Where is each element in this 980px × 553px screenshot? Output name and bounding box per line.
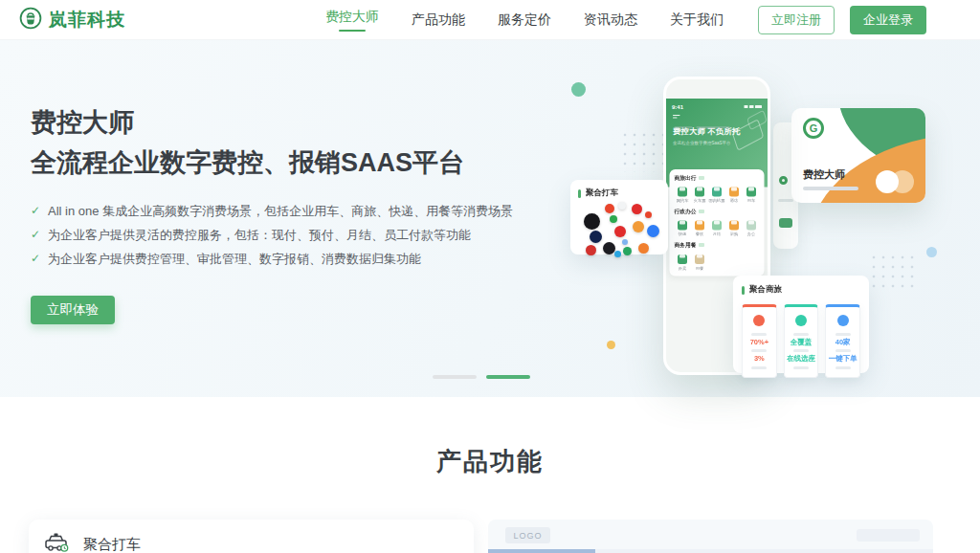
hero-bullet: ✓All in one 集成企业高频数字消费场景，包括企业用车、商旅、快递、用餐… bbox=[31, 205, 567, 217]
travel-aggregation-card: 聚合商旅 70%+3%全覆盖在线选座40家一键下单 bbox=[733, 276, 869, 373]
brand-logo-dot bbox=[586, 245, 596, 255]
app-item: 火车票 bbox=[692, 185, 708, 205]
nav-links: 费控大师产品功能服务定价资讯动态关于我们 bbox=[325, 9, 724, 32]
app-grid: 外卖用餐 bbox=[675, 252, 760, 272]
phone-status-icons bbox=[745, 105, 763, 108]
app-item-icon bbox=[712, 221, 722, 231]
app-item-icon bbox=[746, 221, 756, 231]
placeholder-bar bbox=[751, 349, 767, 352]
placeholder-bar bbox=[835, 349, 851, 352]
bank-card-mockup: G 费控大师 bbox=[791, 108, 925, 203]
placeholder-bar bbox=[751, 366, 767, 369]
phone-menu-icon bbox=[673, 115, 680, 120]
app-item-label: 办公 bbox=[744, 232, 760, 237]
phone-banner-subtitle: 全流程企业数字费控SaaS平台 bbox=[673, 140, 731, 146]
hero-bullet: ✓为企业客户提供灵活的费控服务，包括：现付、预付、月结、员工付款等功能 bbox=[31, 229, 567, 241]
placeholder-bar bbox=[835, 366, 851, 369]
mini-icon bbox=[795, 315, 807, 326]
phone-time: 9:41 bbox=[672, 103, 683, 110]
brand-logo-dot bbox=[614, 226, 626, 237]
phone-app-section: 商旅出行网约车火车票国内机票酒店用车 bbox=[675, 174, 760, 204]
app-item-label: 餐饮 bbox=[692, 232, 708, 237]
features-heading: 产品功能 bbox=[0, 445, 980, 478]
mastercard-circles-icon bbox=[876, 170, 914, 193]
yellow-dot-decoration bbox=[607, 341, 615, 349]
app-item: 用餐 bbox=[692, 252, 708, 272]
card-title-accent bbox=[742, 286, 745, 295]
login-button[interactable]: 企业登录 bbox=[850, 6, 926, 34]
phone-sections: 商旅出行网约车火车票国内机票酒店用车行政办公快递餐饮月结采购办公商务用餐外卖用餐 bbox=[670, 169, 765, 276]
brand-logo-dot bbox=[638, 243, 649, 254]
section-badge-icon bbox=[699, 210, 704, 213]
app-item-label: 月结 bbox=[709, 232, 725, 237]
placeholder-bar bbox=[751, 333, 767, 336]
app-section-title: 商务用餐 bbox=[675, 241, 697, 249]
nav-item-feikong[interactable]: 费控大师 bbox=[325, 9, 379, 32]
brand-logo-dot bbox=[584, 213, 600, 230]
nav-item-product[interactable]: 产品功能 bbox=[412, 11, 465, 29]
nav-item-pricing[interactable]: 服务定价 bbox=[498, 11, 551, 29]
hero-title-line1: 费控大师 bbox=[31, 103, 567, 144]
mini-icon bbox=[753, 315, 765, 326]
blue-dot-decoration bbox=[926, 247, 937, 257]
app-item-label: 用车 bbox=[744, 198, 760, 204]
bank-card-title: 费控大师 bbox=[803, 167, 845, 182]
brand-logo-dot bbox=[647, 225, 659, 237]
app-item-label: 用餐 bbox=[692, 265, 708, 271]
app-item: 网约车 bbox=[675, 185, 691, 205]
mini-stat: 在线选座 bbox=[787, 355, 816, 363]
brand[interactable]: 岚菲科技 bbox=[19, 7, 125, 33]
app-item: 国内机票 bbox=[709, 185, 725, 205]
register-button[interactable]: 立即注册 bbox=[758, 6, 835, 34]
brand-logo-icon bbox=[19, 7, 42, 33]
app-item-icon bbox=[729, 221, 739, 231]
brand-logo-dot bbox=[618, 202, 626, 210]
brand-logo-dot bbox=[632, 204, 642, 214]
taxi-aggregation-card: 聚合打车 bbox=[570, 180, 668, 254]
app-item-icon bbox=[678, 188, 687, 197]
placeholder-bar bbox=[793, 349, 809, 352]
app-item-label: 采购 bbox=[726, 232, 743, 237]
travel-mini-card: 全覆盖在线选座 bbox=[784, 304, 819, 378]
section-badge-icon bbox=[699, 243, 704, 247]
hero-bullet-text: All in one 集成企业高频数字消费场景，包括企业用车、商旅、快递、用餐等… bbox=[48, 205, 513, 217]
brand-logo-dot bbox=[645, 211, 652, 218]
logo-placeholder: LOGO bbox=[505, 527, 550, 543]
card-title-accent bbox=[578, 189, 581, 198]
nav-item-about[interactable]: 关于我们 bbox=[670, 11, 724, 29]
app-grid: 网约车火车票国内机票酒店用车 bbox=[675, 185, 760, 205]
hero-bullet-text: 为企业客户提供灵活的费控服务，包括：现付、预付、月结、员工付款等功能 bbox=[48, 229, 471, 241]
brand-logo-dot bbox=[614, 251, 621, 257]
brand-name: 岚菲科技 bbox=[49, 8, 125, 33]
feature-item-card[interactable]: 聚合打车 bbox=[29, 520, 474, 553]
preview-panel: LOGO bbox=[488, 520, 933, 553]
app-item-icon bbox=[695, 188, 704, 197]
app-item-label: 火车票 bbox=[692, 198, 708, 204]
dots-pattern-left bbox=[620, 130, 666, 172]
check-icon: ✓ bbox=[31, 205, 40, 216]
brand-logo-dot bbox=[610, 215, 617, 223]
brand-logo-cluster bbox=[578, 202, 660, 257]
phone-header-illustration bbox=[724, 113, 767, 161]
app-item-label: 酒店 bbox=[726, 198, 743, 204]
hero-bullet-text: 为企业客户提供费控管理、审批管理、数字报销、消费数据归集功能 bbox=[48, 253, 421, 265]
preview-topbar-placeholder bbox=[857, 529, 920, 542]
app-item-icon bbox=[712, 188, 722, 197]
nav-item-news[interactable]: 资讯动态 bbox=[584, 11, 637, 29]
navbar: 岚菲科技 费控大师产品功能服务定价资讯动态关于我们 立即注册 企业登录 bbox=[0, 0, 980, 40]
app-item-icon bbox=[746, 188, 756, 197]
app-item: 餐饮 bbox=[692, 218, 708, 238]
carousel-bar-inactive[interactable] bbox=[433, 375, 477, 379]
check-icon: ✓ bbox=[31, 253, 40, 264]
carousel-bar-active[interactable] bbox=[486, 375, 530, 379]
mini-stat: 40家 bbox=[828, 339, 858, 346]
hero-bullet: ✓为企业客户提供费控管理、审批管理、数字报销、消费数据归集功能 bbox=[31, 253, 567, 265]
app-item-icon bbox=[678, 221, 687, 231]
cta-button[interactable]: 立即体验 bbox=[31, 296, 115, 324]
app-item-label: 快递 bbox=[675, 232, 691, 237]
bank-card-logo-icon: G bbox=[803, 118, 824, 139]
mini-stat: 70%+ bbox=[745, 339, 774, 346]
brand-logo-dot bbox=[590, 231, 602, 243]
taxi-icon bbox=[44, 532, 69, 553]
bank-card-subtitle-bar bbox=[803, 187, 858, 190]
